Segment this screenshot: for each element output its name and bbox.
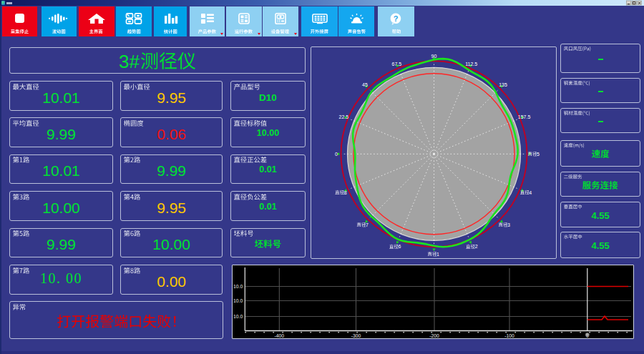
- svg-text:-200: -200: [429, 333, 439, 338]
- svg-text:6: 6: [398, 244, 401, 249]
- svg-text:-300: -300: [351, 333, 361, 338]
- svg-text:3: 3: [507, 222, 510, 227]
- svg-text:135: 135: [499, 82, 507, 87]
- svg-text:2: 2: [475, 244, 478, 249]
- svg-text:-400: -400: [274, 333, 284, 338]
- svg-text:67.5: 67.5: [391, 61, 401, 66]
- svg-text:7: 7: [366, 222, 369, 227]
- svg-text:10.0: 10.0: [233, 298, 243, 303]
- svg-text:112.5: 112.5: [465, 61, 477, 66]
- svg-text:-100: -100: [504, 333, 514, 338]
- svg-text:45: 45: [362, 82, 368, 87]
- svg-text:0: 0: [335, 151, 338, 156]
- svg-text:22.5: 22.5: [339, 114, 349, 119]
- svg-text:5: 5: [537, 151, 540, 156]
- svg-text:10.0: 10.0: [233, 313, 243, 318]
- svg-text:90: 90: [431, 54, 437, 59]
- svg-text:157.5: 157.5: [518, 114, 531, 119]
- svg-text:1: 1: [436, 251, 439, 256]
- svg-text:4: 4: [529, 190, 532, 195]
- svg-text:10.0: 10.0: [233, 283, 243, 288]
- svg-text:?: ?: [394, 14, 399, 23]
- svg-text:8: 8: [344, 190, 347, 195]
